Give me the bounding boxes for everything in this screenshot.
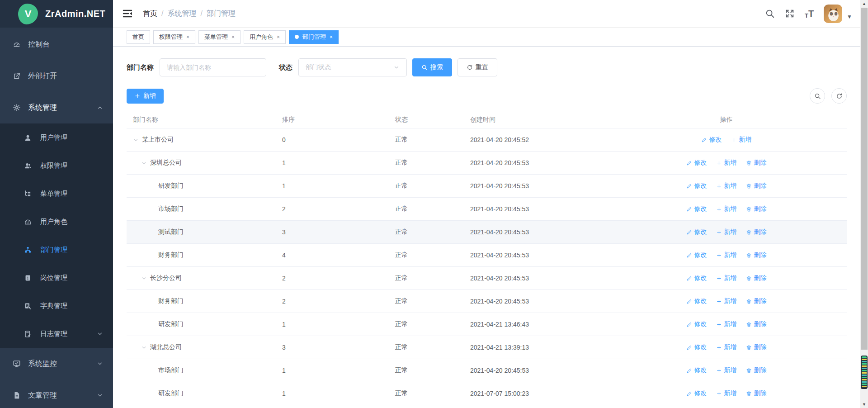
chevron-down-icon [97,392,103,399]
edit-action[interactable]: 修改 [701,136,722,144]
sort-cell: 1 [276,159,389,166]
sidebar-item-article-management[interactable]: 文章管理 [0,380,113,408]
add-action[interactable]: 新增 [716,366,737,375]
add-action[interactable]: 新增 [716,159,737,167]
edit-action[interactable]: 修改 [686,320,707,328]
breadcrumb-home[interactable]: 首页 [143,9,157,19]
tree-expand-icon[interactable] [141,344,150,351]
sidebar-item-post-management[interactable]: 岗位管理 [0,264,113,292]
delete-action[interactable]: 删除 [746,297,767,305]
col-header-status: 状态 [389,116,457,124]
sidebar-item-dashboard[interactable]: 控制台 [0,28,113,60]
scroll-down-arrow[interactable]: ▼ [860,401,868,408]
tree-indent-spacer [149,367,158,374]
scroll-up-arrow[interactable]: ▲ [860,0,868,7]
tab-menu-management[interactable]: 菜单管理× [198,30,241,44]
edit-action[interactable]: 修改 [686,274,707,282]
add-action[interactable]: 新增 [731,136,752,144]
delete-action[interactable]: 删除 [746,343,767,351]
sidebar-item-dictionary-management[interactable]: 字典管理 [0,292,113,320]
status-cell: 正常 [389,136,457,144]
sidebar-item-menu-management[interactable]: 菜单管理 [0,180,113,208]
plus-icon [716,345,722,351]
tree-expand-icon[interactable] [133,137,142,143]
delete-action[interactable]: 删除 [746,251,767,259]
sidebar-item-user-management[interactable]: 用户管理 [0,123,113,152]
table-row: 研发部门1正常2021-04-21 13:46:43修改新增删除 [127,313,847,336]
edit-action[interactable]: 修改 [686,182,707,190]
delete-action[interactable]: 删除 [746,274,767,282]
add-action[interactable]: 新增 [716,182,737,190]
edit-action[interactable]: 修改 [686,205,707,213]
add-action[interactable]: 新增 [716,343,737,351]
edit-action[interactable]: 修改 [686,251,707,259]
sidebar-item-log-management[interactable]: 日志管理 [0,320,113,348]
reset-button[interactable]: 重置 [458,58,497,76]
add-action[interactable]: 新增 [716,228,737,236]
add-action[interactable]: 新增 [716,251,737,259]
tab-home[interactable]: 首页 [127,30,150,44]
tree-expand-icon[interactable] [141,160,150,166]
delete-action[interactable]: 删除 [746,228,767,236]
plus-icon [134,93,141,99]
font-size-icon[interactable]: TT [805,9,814,19]
dept-name-cell: 湖北总公司 [127,343,276,351]
close-icon[interactable]: × [231,34,235,40]
add-action[interactable]: 新增 [716,297,737,305]
add-action[interactable]: 新增 [716,320,737,328]
sidebar-item-system-monitor[interactable]: 系统监控 [0,348,113,380]
tree-expand-icon[interactable] [141,275,150,281]
close-icon[interactable]: × [186,34,189,40]
search-button[interactable]: 搜索 [412,58,452,76]
user-menu[interactable]: ▼ [824,5,852,23]
add-button[interactable]: 新增 [127,89,164,104]
sidebar-item-system-management[interactable]: 系统管理 [0,92,113,123]
dept-name-cell: 研发部门 [127,320,276,328]
scrollbar-thumb[interactable] [861,8,868,350]
delete-action[interactable]: 删除 [746,389,767,398]
tab-user-role[interactable]: 用户角色× [244,30,286,44]
table-row: 长沙分公司2正常2021-04-20 20:45:53修改新增删除 [127,267,847,290]
avatar[interactable] [824,5,842,23]
edit-action[interactable]: 修改 [686,389,707,398]
fullscreen-icon[interactable] [785,9,795,19]
toggle-search-button[interactable] [810,88,825,104]
delete-action[interactable]: 删除 [746,366,767,375]
delete-action[interactable]: 删除 [746,205,767,213]
table-toolbar: 新增 [127,88,847,104]
search-icon[interactable] [765,9,775,19]
col-header-name: 部门名称 [127,116,276,124]
delete-action[interactable]: 删除 [746,320,767,328]
chevron-down-icon [393,64,400,71]
edit-action[interactable]: 修改 [686,159,707,167]
edit-icon [686,183,692,189]
delete-action[interactable]: 删除 [746,159,767,167]
edit-action[interactable]: 修改 [686,343,707,351]
breadcrumb-system-management[interactable]: 系统管理 [167,9,196,19]
edit-action[interactable]: 修改 [686,366,707,375]
dept-name-input[interactable] [160,58,266,76]
sidebar-item-permission-management[interactable]: 权限管理 [0,152,113,180]
status-select[interactable]: 部门状态 [298,58,407,76]
add-action[interactable]: 新增 [716,389,737,398]
dept-name-cell: 市场部门 [127,205,276,213]
delete-action[interactable]: 删除 [746,182,767,190]
tab-department-management[interactable]: 部门管理× [289,30,339,44]
page-scrollbar[interactable]: ▲ ▼ [860,0,868,408]
tab-permission-management[interactable]: 权限管理× [153,30,195,44]
sidebar-item-external-open[interactable]: 外部打开 [0,60,113,92]
close-icon[interactable]: × [330,34,333,40]
sidebar-item-user-role[interactable]: 用户角色 [0,208,113,236]
logo[interactable]: V ZrAdmin.NET [0,0,113,28]
edit-icon [686,252,692,258]
close-icon[interactable]: × [277,34,280,40]
edit-action[interactable]: 修改 [686,228,707,236]
sidebar-collapse-icon[interactable] [122,8,133,19]
refresh-table-button[interactable] [831,88,847,104]
add-action[interactable]: 新增 [716,274,737,282]
trash-icon [746,391,752,397]
search-icon [421,64,428,71]
sidebar-item-department-management[interactable]: 部门管理 [0,236,113,264]
add-action[interactable]: 新增 [716,205,737,213]
edit-action[interactable]: 修改 [686,297,707,305]
